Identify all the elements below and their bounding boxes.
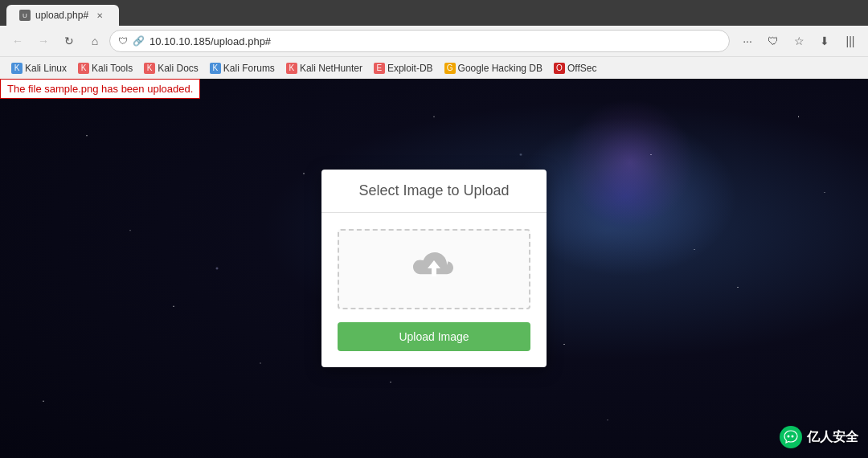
nav-bar: ← → ↻ ⌂ 🛡 🔗 10.10.10.185/upload.php# ···… xyxy=(0,26,868,56)
security-icon: 🛡 xyxy=(118,35,128,47)
google-hacking-icon: G xyxy=(444,63,456,74)
tab-close-button[interactable]: ✕ xyxy=(93,9,106,22)
bookmark-kali-tools-label: Kali Tools xyxy=(92,63,133,74)
tab-bar: U upload.php# ✕ xyxy=(0,0,868,26)
bookmark-kali-forums[interactable]: K Kali Forums xyxy=(205,61,280,76)
bookmark-exploit-db-label: Exploit-DB xyxy=(387,63,433,74)
bookmark-offsec-label: OffSec xyxy=(567,63,596,74)
bookmarks-bar: K Kali Linux K Kali Tools K Kali Docs K … xyxy=(0,56,868,79)
upload-drop-zone[interactable] xyxy=(338,229,530,309)
bookmark-kali-nethunter-label: Kali NetHunter xyxy=(300,63,362,74)
svg-point-1 xyxy=(788,436,790,438)
bookmark-kali-linux[interactable]: K Kali Linux xyxy=(6,61,72,76)
watermark-text: 亿人安全 xyxy=(807,429,858,446)
download-button[interactable]: ⬇ xyxy=(813,30,836,52)
url-text: 10.10.10.185/upload.php# xyxy=(149,35,721,47)
kali-docs-icon: K xyxy=(144,63,155,74)
kali-forums-icon: K xyxy=(210,63,221,74)
bookmark-kali-linux-label: Kali Linux xyxy=(25,63,67,74)
collections-button[interactable]: ||| xyxy=(839,30,862,52)
tab-title: upload.php# xyxy=(35,10,88,21)
bookmark-kali-nethunter[interactable]: K Kali NetHunter xyxy=(281,61,367,76)
watermark: 亿人安全 xyxy=(780,426,858,448)
nav-right-buttons: ··· 🛡 ☆ ⬇ ||| xyxy=(736,30,862,52)
offsec-icon: O xyxy=(554,63,565,74)
kali-nethunter-icon: K xyxy=(286,63,297,74)
star-icon[interactable]: ☆ xyxy=(788,30,810,52)
bookmark-kali-docs-label: Kali Docs xyxy=(158,63,199,74)
wechat-icon xyxy=(780,426,802,448)
main-content: The file sample.png has been uploaded. S… xyxy=(0,79,868,458)
address-bar[interactable]: 🛡 🔗 10.10.10.185/upload.php# xyxy=(109,30,730,52)
kali-tools-icon: K xyxy=(78,63,89,74)
back-button[interactable]: ← xyxy=(6,30,29,52)
reload-button[interactable]: ↻ xyxy=(58,30,80,52)
bookmark-offsec[interactable]: O OffSec xyxy=(549,61,601,76)
menu-dots-button[interactable]: ··· xyxy=(736,30,759,52)
tab-favicon: U xyxy=(19,10,31,21)
status-message-text: The file sample.png has been uploaded. xyxy=(7,83,193,95)
protocol-icon: 🔗 xyxy=(133,35,145,47)
bookmark-google-hacking-label: Google Hacking DB xyxy=(458,63,542,74)
shield-icon: 🛡 xyxy=(762,30,784,52)
nebula2-glow xyxy=(566,98,694,227)
bookmark-kali-forums-label: Kali Forums xyxy=(223,63,275,74)
exploit-db-icon: E xyxy=(374,63,385,74)
svg-point-2 xyxy=(792,436,794,438)
home-button[interactable]: ⌂ xyxy=(84,30,106,52)
forward-button[interactable]: → xyxy=(32,30,55,52)
status-message: The file sample.png has been uploaded. xyxy=(0,79,200,99)
upload-card: Select Image to Upload Upload Image xyxy=(321,170,547,367)
cloud-upload-icon xyxy=(410,249,458,289)
bookmark-exploit-db[interactable]: E Exploit-DB xyxy=(369,61,438,76)
upload-card-title: Select Image to Upload xyxy=(321,170,547,213)
bookmark-kali-docs[interactable]: K Kali Docs xyxy=(139,61,203,76)
bookmark-google-hacking[interactable]: G Google Hacking DB xyxy=(440,61,547,76)
kali-linux-icon: K xyxy=(11,63,23,74)
bookmark-kali-tools[interactable]: K Kali Tools xyxy=(73,61,137,76)
active-tab[interactable]: U upload.php# ✕ xyxy=(6,5,119,26)
upload-card-body: Upload Image xyxy=(321,213,547,367)
upload-button[interactable]: Upload Image xyxy=(338,322,530,351)
